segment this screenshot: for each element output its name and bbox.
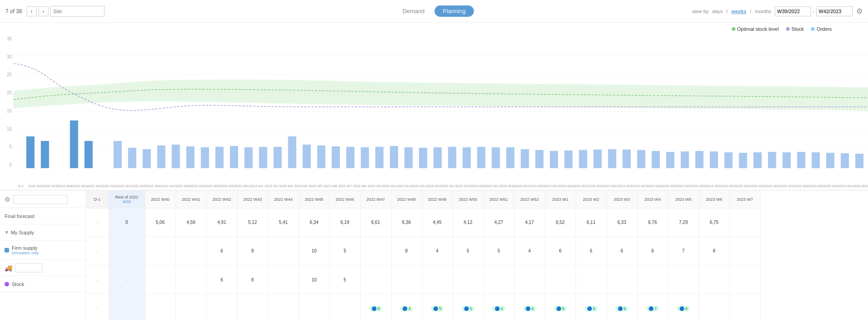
firmsupply-w51	[483, 266, 514, 294]
my-supply-label: My Supply	[11, 230, 34, 235]
col-header-w50: 2022 W50	[453, 191, 483, 208]
chip-2023w2[interactable]: 🔵 6	[585, 306, 598, 311]
truck-2023w6	[699, 294, 730, 320]
col-header-d1: D-1	[86, 191, 109, 208]
firmsupply-w46: 5	[329, 266, 360, 294]
truck-w40	[145, 294, 176, 320]
chip-2023w5[interactable]: 🔵 8	[677, 306, 690, 311]
svg-rect-45	[564, 150, 572, 168]
forecast-w47: 6,61	[360, 208, 391, 237]
svg-rect-65	[855, 154, 863, 168]
site-input[interactable]	[50, 6, 105, 17]
svg-rect-34	[405, 147, 413, 168]
optimal-label: Optimal stock level	[737, 26, 779, 32]
chip-w50[interactable]: 🔵 5	[462, 306, 475, 311]
supply-w49: 4	[422, 237, 453, 265]
expand-arrow-icon[interactable]: ▼	[5, 230, 9, 235]
chart-legend: Optimal stock level Stock Orders	[732, 26, 832, 32]
firmsupply-2023w3	[606, 266, 637, 294]
orders-dot	[811, 27, 815, 31]
chip-w52[interactable]: 🔵 6	[523, 306, 536, 311]
firmsupply-2023w4	[637, 266, 668, 294]
svg-rect-22	[230, 146, 238, 168]
view-days[interactable]: days	[712, 9, 723, 14]
chip-2023w4[interactable]: 🔵 7	[646, 306, 659, 311]
data-grid[interactable]: D-1 Rest of 2022W39 2022 W40 2022 W41 20…	[86, 191, 868, 320]
stock-label: Stock	[792, 26, 804, 32]
firmsupply-w44	[268, 266, 299, 294]
chip-w48[interactable]: 🔵 4	[400, 306, 413, 311]
svg-rect-31	[361, 147, 369, 168]
supply-2023w5: 7	[668, 237, 699, 265]
chip-w47[interactable]: 🔵 8	[369, 306, 382, 311]
svg-rect-63	[826, 153, 835, 168]
truck-w50: 🔵 5	[453, 294, 483, 320]
forecast-w44: 5,41	[268, 208, 299, 237]
next-button[interactable]: ›	[38, 6, 48, 16]
svg-rect-16	[143, 149, 151, 168]
col-header-w52: 2022 W52	[514, 191, 545, 208]
planning-tab[interactable]: Planning	[434, 5, 474, 17]
view-months[interactable]: months	[755, 9, 771, 14]
firmsupply-w40	[145, 266, 176, 294]
svg-rect-48	[608, 149, 616, 168]
svg-rect-23	[244, 147, 253, 168]
sidebar-gear-icon[interactable]: ⚙	[5, 196, 10, 203]
supply-2023w2: 6	[576, 237, 606, 265]
svg-rect-36	[434, 147, 442, 168]
right-controls: view by days / weeks / months - ⚙	[692, 6, 863, 16]
supply-w48: 8	[391, 237, 422, 265]
settings-icon[interactable]: ⚙	[856, 7, 863, 15]
view-weeks[interactable]: weeks	[731, 9, 746, 14]
firmsupply-w49	[422, 266, 453, 294]
legend-orders: Orders	[811, 26, 832, 32]
chip-2023w1[interactable]: 🔵 6	[554, 306, 567, 311]
svg-rect-14	[114, 141, 122, 168]
svg-rect-26	[288, 136, 296, 168]
chip-w49[interactable]: 🔵 5	[431, 306, 444, 311]
lower-panel: ⚙ Final forecast ▼ My Supply Firm supply…	[0, 190, 868, 320]
truck-w51: 🔵 4	[483, 294, 514, 320]
date-to-input[interactable]	[816, 6, 853, 16]
sidebar-search[interactable]	[13, 195, 67, 204]
col-header-w48: 2022 W48	[391, 191, 422, 208]
chip-2023w3[interactable]: 🔵 6	[615, 306, 629, 311]
chart-svg	[14, 36, 868, 168]
prev-button[interactable]: ‹	[27, 6, 37, 16]
col-header-w45: 2022 W45	[299, 191, 329, 208]
sidebar-firm-supply: Firm supply simulation only	[0, 241, 86, 260]
chip-w51[interactable]: 🔵 4	[492, 306, 506, 311]
svg-rect-15	[128, 148, 136, 168]
svg-rect-51	[652, 151, 660, 168]
truck-input[interactable]	[15, 263, 42, 272]
forecast-d1: -	[86, 208, 109, 237]
demand-tab[interactable]: Demand	[394, 5, 433, 17]
firmsupply-w41	[176, 266, 206, 294]
svg-rect-11	[70, 121, 78, 168]
firmsupply-2023w6	[699, 266, 730, 294]
date-from-input[interactable]	[775, 6, 811, 16]
forecast-2023w6: 6,75	[699, 208, 730, 237]
firmsupply-2023w5	[668, 266, 699, 294]
firmsupply-w47	[360, 266, 391, 294]
svg-rect-44	[550, 151, 558, 168]
svg-rect-35	[419, 148, 427, 168]
forecast-w43: 5,12	[237, 208, 268, 237]
svg-rect-24	[259, 147, 267, 168]
firmsupply-d1: -	[86, 266, 109, 294]
top-bar: 7 of 38 ‹ › Demand Planning view by days…	[0, 0, 868, 23]
forecast-2023w1: 6,52	[545, 208, 576, 237]
supply-w51: 5	[483, 237, 514, 265]
center-tabs: Demand Planning	[394, 5, 474, 17]
supply-data-row: - - 6 8 10 5 8 4 5 5 4 6 6	[86, 237, 760, 265]
supply-w50: 5	[453, 237, 483, 265]
firmsupply-w48	[391, 266, 422, 294]
legend-stock: Stock	[786, 26, 804, 32]
svg-rect-8	[26, 136, 34, 168]
col-header-w41: 2022 W41	[176, 191, 206, 208]
left-sidebar: ⚙ Final forecast ▼ My Supply Firm supply…	[0, 191, 86, 320]
firmsupply-w42: 6	[206, 266, 237, 294]
stock-dot	[5, 282, 9, 286]
svg-rect-32	[375, 147, 383, 168]
firm-supply-label-group: Firm supply simulation only	[12, 245, 39, 255]
